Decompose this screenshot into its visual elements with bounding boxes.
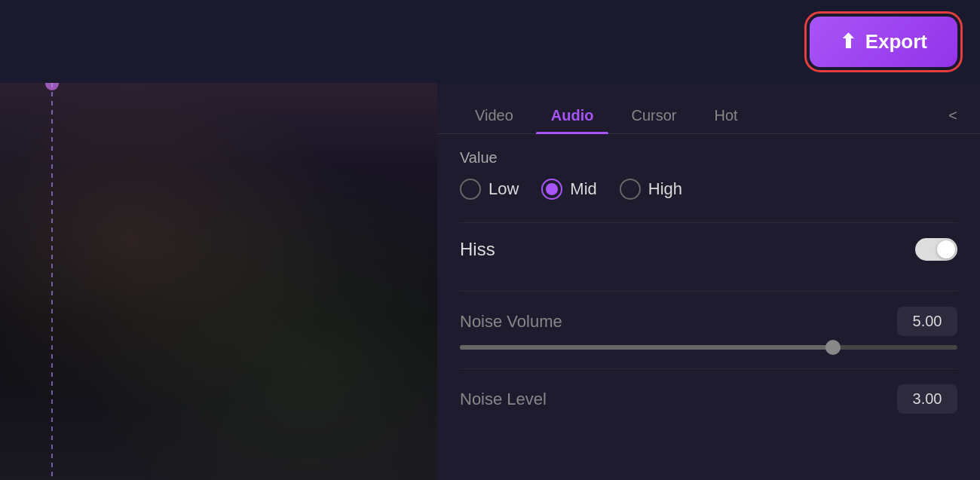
timeline-line bbox=[51, 83, 53, 480]
divider-3 bbox=[460, 368, 957, 369]
video-content bbox=[0, 83, 437, 480]
hiss-toggle[interactable] bbox=[915, 238, 957, 261]
value-section-label: Value bbox=[460, 149, 957, 167]
radio-mid-label: Mid bbox=[570, 179, 596, 199]
radio-low-label: Low bbox=[488, 179, 519, 199]
export-icon: ⬆ bbox=[840, 30, 856, 54]
tab-hot[interactable]: Hot bbox=[699, 98, 752, 133]
radio-low-circle bbox=[460, 179, 481, 200]
hiss-row: Hiss bbox=[460, 238, 957, 268]
noise-volume-track[interactable] bbox=[460, 345, 957, 350]
export-button[interactable]: ⬆ Export bbox=[810, 17, 957, 67]
tabs-bar: Video Audio Cursor Hot < bbox=[437, 83, 980, 134]
tab-video[interactable]: Video bbox=[460, 98, 528, 133]
video-panel bbox=[0, 83, 437, 480]
noise-level-section: Noise Level 3.00 bbox=[460, 384, 957, 414]
radio-high-label: High bbox=[648, 179, 682, 199]
tab-audio[interactable]: Audio bbox=[536, 98, 609, 133]
tabs-chevron[interactable]: < bbox=[948, 107, 957, 124]
top-bar: ⬆ Export bbox=[0, 0, 980, 83]
noise-level-header: Noise Level 3.00 bbox=[460, 384, 957, 414]
radio-mid[interactable]: Mid bbox=[541, 179, 596, 200]
export-label: Export bbox=[865, 30, 927, 54]
video-preview bbox=[0, 83, 437, 480]
noise-volume-section: Noise Volume 5.00 bbox=[460, 307, 957, 350]
tab-cursor[interactable]: Cursor bbox=[616, 98, 691, 133]
noise-level-value: 3.00 bbox=[897, 384, 957, 414]
settings-panel: Video Audio Cursor Hot < Value bbox=[437, 83, 980, 480]
noise-volume-value: 5.00 bbox=[897, 307, 957, 336]
noise-volume-thumb bbox=[825, 340, 841, 355]
radio-low[interactable]: Low bbox=[460, 179, 519, 200]
noise-volume-label: Noise Volume bbox=[460, 312, 562, 332]
radio-group: Low Mid High bbox=[460, 179, 957, 200]
radio-high[interactable]: High bbox=[620, 179, 682, 200]
divider-1 bbox=[460, 222, 957, 223]
noise-volume-fill bbox=[460, 345, 833, 350]
noise-level-label: Noise Level bbox=[460, 390, 547, 409]
noise-volume-header: Noise Volume 5.00 bbox=[460, 307, 957, 336]
divider-2 bbox=[460, 291, 957, 292]
radio-high-circle bbox=[620, 179, 641, 200]
main-content: Video Audio Cursor Hot < Value bbox=[0, 83, 980, 480]
radio-mid-circle bbox=[541, 179, 562, 200]
settings-content: Value Low Mid High Hiss bbox=[437, 134, 980, 448]
hiss-label: Hiss bbox=[460, 239, 495, 260]
